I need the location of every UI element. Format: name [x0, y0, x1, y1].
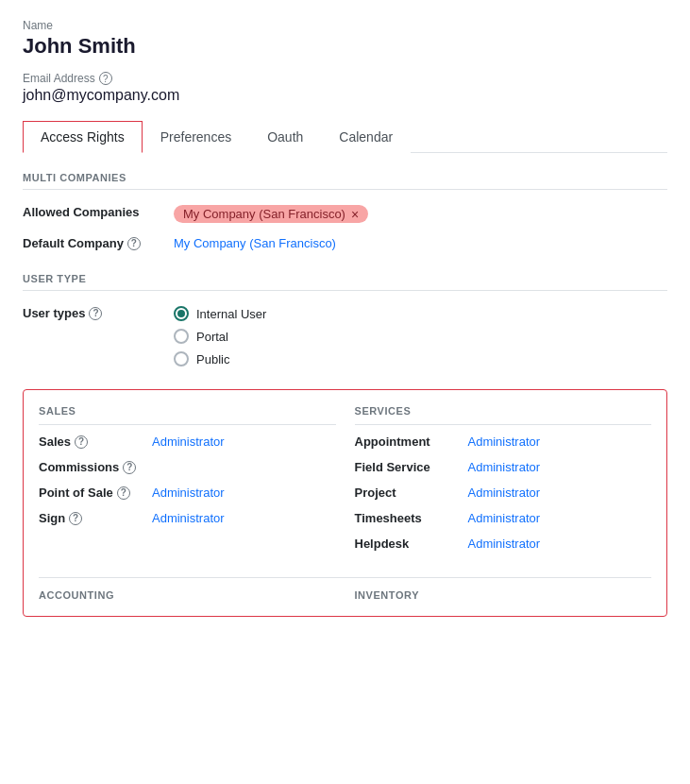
email-value: john@mycompany.com [23, 87, 667, 104]
radio-public[interactable]: Public [174, 351, 667, 366]
permissions-box: SALES Sales ? Administrator Commissions … [23, 389, 667, 617]
commissions-label: Commissions ? [39, 460, 152, 474]
email-help-icon[interactable]: ? [99, 72, 112, 85]
helpdesk-label: Helpdesk [355, 537, 468, 551]
point-of-sale-value: Administrator [152, 486, 225, 500]
radio-internal-user-circle [174, 306, 189, 321]
name-section: Name John Smith [23, 19, 667, 59]
sales-row: Sales ? Administrator [39, 435, 336, 449]
user-type-header: USER TYPE [23, 273, 667, 291]
services-section: SERVICES Appointment Administrator Field… [355, 405, 652, 562]
timesheets-row: Timesheets Administrator [355, 511, 652, 525]
sales-help-icon[interactable]: ? [75, 435, 88, 449]
tab-oauth[interactable]: Oauth [249, 121, 321, 153]
radio-group: Internal User Portal Public [174, 306, 667, 366]
user-name: John Smith [23, 34, 667, 59]
project-label: Project [355, 486, 468, 500]
radio-portal-label: Portal [196, 330, 228, 344]
radio-public-label: Public [196, 352, 229, 366]
timesheets-label: Timesheets [355, 511, 468, 525]
appointment-value: Administrator [468, 435, 541, 449]
sign-row: Sign ? Administrator [39, 511, 336, 525]
allowed-companies-row: Allowed Companies My Company (San Franci… [23, 201, 667, 223]
email-label: Email Address ? [23, 72, 667, 85]
user-types-options: Internal User Portal Public [174, 302, 667, 366]
permissions-grid: SALES Sales ? Administrator Commissions … [39, 405, 651, 570]
sign-value: Administrator [152, 511, 225, 525]
tab-access-rights[interactable]: Access Rights [23, 121, 143, 153]
company-tag-close[interactable]: × [351, 208, 359, 221]
field-service-label: Field Service [355, 460, 468, 474]
sign-help-icon[interactable]: ? [69, 512, 82, 525]
helpdesk-value: Administrator [468, 537, 541, 551]
point-of-sale-help-icon[interactable]: ? [117, 486, 130, 500]
project-row: Project Administrator [355, 486, 652, 500]
bottom-labels: ACCOUNTING INVENTORY [39, 577, 651, 601]
default-company-help-icon[interactable]: ? [127, 237, 141, 250]
sales-section: SALES Sales ? Administrator Commissions … [39, 405, 336, 562]
project-value: Administrator [468, 486, 541, 500]
default-company-row: Default Company ? My Company (San Franci… [23, 232, 667, 250]
user-type-section: USER TYPE User types ? Internal User Por… [23, 273, 667, 366]
name-label: Name [23, 19, 667, 32]
services-section-header: SERVICES [355, 405, 652, 425]
multi-companies-section: MULTI COMPANIES Allowed Companies My Com… [23, 172, 667, 250]
appointment-row: Appointment Administrator [355, 435, 652, 449]
sales-value: Administrator [152, 435, 225, 449]
multi-companies-header: MULTI COMPANIES [23, 172, 667, 190]
user-types-row: User types ? Internal User Portal Public [23, 302, 667, 366]
tab-preferences[interactable]: Preferences [143, 121, 249, 153]
commissions-help-icon[interactable]: ? [123, 461, 136, 474]
radio-public-circle [174, 351, 189, 366]
user-types-help-icon[interactable]: ? [89, 307, 102, 320]
sign-label: Sign ? [39, 511, 152, 525]
default-company-label: Default Company ? [23, 232, 174, 250]
field-service-value: Administrator [468, 460, 541, 474]
accounting-label: ACCOUNTING [39, 589, 336, 601]
company-tag: My Company (San Francisco) × [174, 205, 368, 223]
field-service-row: Field Service Administrator [355, 460, 652, 474]
allowed-companies-value: My Company (San Francisco) × [174, 201, 667, 223]
radio-portal[interactable]: Portal [174, 329, 667, 344]
point-of-sale-label: Point of Sale ? [39, 486, 152, 500]
commissions-row: Commissions ? [39, 460, 336, 474]
appointment-label: Appointment [355, 435, 468, 449]
tab-bar: Access Rights Preferences Oauth Calendar [23, 121, 667, 153]
email-section: Email Address ? john@mycompany.com [23, 72, 667, 104]
timesheets-value: Administrator [468, 511, 541, 525]
sales-label: Sales ? [39, 435, 152, 449]
radio-internal-user-label: Internal User [196, 307, 266, 321]
user-types-label: User types ? [23, 302, 174, 320]
default-company-value[interactable]: My Company (San Francisco) [174, 232, 667, 250]
radio-portal-circle [174, 329, 189, 344]
inventory-label: INVENTORY [355, 589, 652, 601]
tab-calendar[interactable]: Calendar [321, 121, 411, 153]
point-of-sale-row: Point of Sale ? Administrator [39, 486, 336, 500]
helpdesk-row: Helpdesk Administrator [355, 537, 652, 551]
radio-internal-user[interactable]: Internal User [174, 306, 667, 321]
sales-section-header: SALES [39, 405, 336, 425]
allowed-companies-label: Allowed Companies [23, 201, 174, 219]
